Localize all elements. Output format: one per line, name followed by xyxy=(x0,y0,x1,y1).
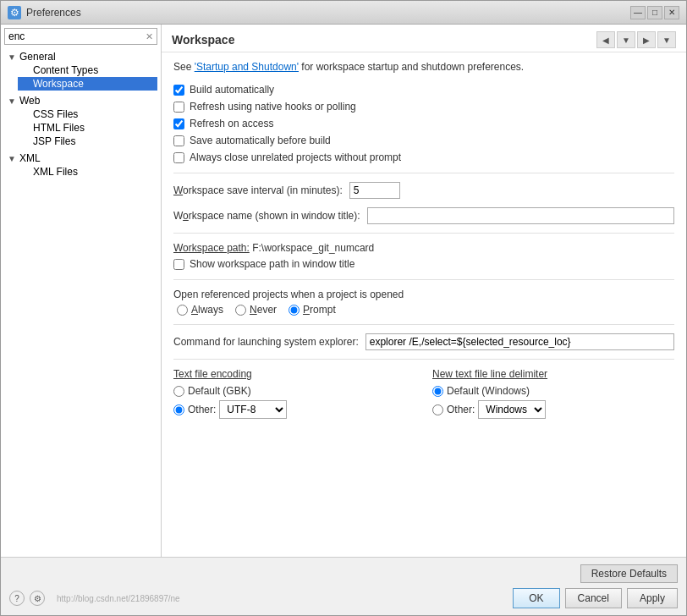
radio-label-prompt: Prompt xyxy=(303,304,336,316)
restore-row: Restore Defaults xyxy=(9,564,678,583)
tree-label-web: Web xyxy=(19,95,40,107)
tree-row-web[interactable]: ▼ Web xyxy=(4,94,157,107)
settings-icon[interactable]: ⚙ xyxy=(30,591,45,606)
tree-children-web: CSS Files HTML Files JSP Files xyxy=(4,107,157,148)
text-encoding-group: Text file encoding Default (GBK) Other: … xyxy=(173,368,415,419)
minimize-button[interactable]: — xyxy=(630,6,646,19)
save-interval-row: Workspace save interval (in minutes): xyxy=(173,182,674,199)
workspace-path-label: Workspace path: xyxy=(173,242,250,254)
encoding-default-radio[interactable] xyxy=(173,386,184,397)
right-panel: Workspace ◀ ▼ ▶ ▼ See 'Startup and Shutd… xyxy=(162,25,686,557)
search-clear-icon[interactable]: ✕ xyxy=(146,31,153,42)
divider-2 xyxy=(173,233,674,234)
desc-prefix: See xyxy=(173,61,195,73)
radio-always[interactable]: Always xyxy=(177,304,223,316)
encoding-default-radio-row: Default (GBK) xyxy=(173,385,415,397)
restore-defaults-button[interactable]: Restore Defaults xyxy=(580,564,678,583)
radio-never[interactable]: Never xyxy=(235,304,277,316)
tree-row-xml-files[interactable]: XML Files xyxy=(18,165,157,179)
nav-fwd-dropdown-button[interactable]: ▼ xyxy=(657,31,676,48)
tree-item-general: ▼ General Content Types Workspace xyxy=(4,48,157,92)
tree-row-html-files[interactable]: HTML Files xyxy=(18,121,157,135)
close-button[interactable]: ✕ xyxy=(664,6,679,19)
checkbox-label-close-unrelated: Always close unrelated projects without … xyxy=(190,151,401,163)
nav-dropdown-button[interactable]: ▼ xyxy=(617,31,635,48)
command-row: Command for launching system explorer: xyxy=(173,333,674,350)
tree-label-content-types: Content Types xyxy=(33,64,98,76)
search-input[interactable] xyxy=(8,30,146,42)
encoding-default-label: Default (GBK) xyxy=(188,385,251,397)
encoding-other-label: Other: xyxy=(188,404,216,415)
encoding-other-radio[interactable] xyxy=(173,404,184,415)
nav-fwd-button[interactable]: ▶ xyxy=(637,31,656,48)
open-referenced-label: Open referenced projects when a project … xyxy=(173,289,674,300)
search-box: ✕ xyxy=(4,28,157,45)
expand-icon-xml: ▼ xyxy=(8,154,19,163)
checkbox-label-save-auto: Save automatically before build xyxy=(190,135,331,146)
checkbox-build-auto[interactable] xyxy=(173,85,184,96)
tree-label-general: General xyxy=(19,51,56,63)
startup-shutdown-link[interactable]: 'Startup and Shutdown' xyxy=(195,61,299,73)
checkbox-label-show-path: Show workspace path in window title xyxy=(190,258,354,270)
tree-row-content-types[interactable]: Content Types xyxy=(18,63,157,77)
bottom-bar: Restore Defaults ? ⚙ http://blog.csdn.ne… xyxy=(1,557,686,615)
radio-input-never[interactable] xyxy=(235,305,246,316)
description-text: See 'Startup and Shutdown' for workspace… xyxy=(173,61,674,73)
radio-prompt[interactable]: Prompt xyxy=(289,304,336,316)
preferences-window: ⚙ Preferences — □ ✕ ✕ ▼ General xyxy=(0,0,687,616)
save-interval-input[interactable] xyxy=(349,182,400,199)
window-title: Preferences xyxy=(26,7,625,19)
checkbox-close-unrelated[interactable] xyxy=(173,152,184,163)
radio-label-never: Never xyxy=(250,304,277,316)
checkbox-show-path[interactable] xyxy=(173,259,184,270)
encoding-select[interactable]: UTF-8 UTF-16 ISO-8859-1 GBK xyxy=(219,400,287,419)
footer-left: ? ⚙ http://blog.csdn.net/21896897/ne xyxy=(9,591,180,606)
tree-item-web: ▼ Web CSS Files HTML Files xyxy=(4,92,157,150)
line-delimiter-title: New text file line delimiter xyxy=(432,368,674,380)
checkbox-refresh-access[interactable] xyxy=(173,118,184,129)
divider-4 xyxy=(173,324,674,325)
action-row: ? ⚙ http://blog.csdn.net/21896897/ne OK … xyxy=(9,588,678,608)
tree-label-xml: XML xyxy=(19,152,41,164)
nav-back-button[interactable]: ◀ xyxy=(596,31,615,48)
workspace-name-input[interactable] xyxy=(367,207,674,224)
expand-icon-web: ▼ xyxy=(8,96,19,106)
tree-label-html-files: HTML Files xyxy=(33,122,85,134)
radio-label-always: Always xyxy=(191,304,223,316)
encoding-section: Text file encoding Default (GBK) Other: … xyxy=(173,359,674,419)
cancel-button[interactable]: Cancel xyxy=(565,588,622,608)
checkbox-label-refresh-access: Refresh on access xyxy=(190,118,273,129)
checkbox-refresh-native[interactable] xyxy=(173,102,184,113)
command-input[interactable] xyxy=(365,333,674,350)
encoding-other-row: Other: UTF-8 UTF-16 ISO-8859-1 GBK xyxy=(173,400,415,419)
apply-button[interactable]: Apply xyxy=(627,588,678,608)
checkbox-row-refresh-native: Refresh using native hooks or polling xyxy=(173,100,674,113)
radio-input-always[interactable] xyxy=(177,305,188,316)
tree-row-jsp-files[interactable]: JSP Files xyxy=(18,135,157,148)
workspace-name-row: Workspace name (shown in window title): xyxy=(173,207,674,224)
tree-label-css-files: CSS Files xyxy=(33,108,78,120)
tree-row-general[interactable]: ▼ General xyxy=(4,50,157,63)
delimiter-default-radio[interactable] xyxy=(432,386,443,397)
tree: ▼ General Content Types Workspace xyxy=(4,48,157,553)
checkbox-save-auto[interactable] xyxy=(173,135,184,146)
tree-row-css-files[interactable]: CSS Files xyxy=(18,107,157,121)
help-icon[interactable]: ? xyxy=(9,591,25,606)
tree-item-xml: ▼ XML XML Files xyxy=(4,150,157,180)
maximize-button[interactable]: □ xyxy=(647,6,662,19)
ok-button[interactable]: OK xyxy=(513,588,559,608)
radio-input-prompt[interactable] xyxy=(289,305,300,316)
checkboxes-section: Build automatically Refresh using native… xyxy=(173,83,674,164)
delimiter-default-label: Default (Windows) xyxy=(447,385,530,397)
expand-icon-general: ▼ xyxy=(8,52,19,62)
right-panel-title: Workspace xyxy=(172,33,234,47)
delimiter-other-radio[interactable] xyxy=(432,404,443,415)
divider-3 xyxy=(173,279,674,280)
workspace-path-row: Workspace path: F:\workspace_git_numcard xyxy=(173,242,674,254)
tree-label-workspace: Workspace xyxy=(33,78,84,90)
tree-row-xml[interactable]: ▼ XML xyxy=(4,151,157,165)
tree-children-xml: XML Files xyxy=(4,165,157,179)
delimiter-select[interactable]: Windows Unix Mac xyxy=(478,400,546,419)
main-content: ✕ ▼ General Content Types xyxy=(1,25,686,557)
tree-row-workspace[interactable]: Workspace xyxy=(18,77,157,91)
